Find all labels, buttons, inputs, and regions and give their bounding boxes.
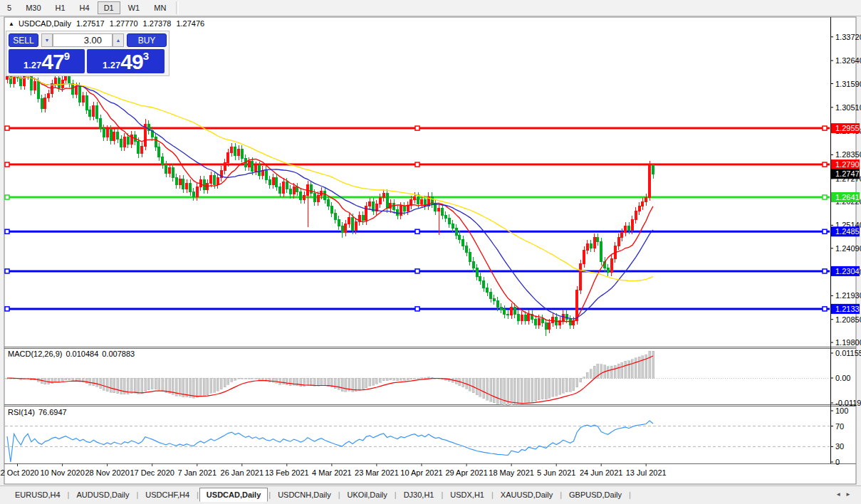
time-scale[interactable] [5, 464, 830, 483]
mt4-terminal: { "toolbar": { "timeframes": [ {"label":… [0, 0, 861, 504]
sell-price-button[interactable]: 1.27479 [9, 49, 85, 73]
main-chart-plot-area[interactable] [5, 32, 830, 346]
ohlc-high: 1.27770 [110, 19, 138, 28]
sell-price-prefix: 1.27 [24, 58, 41, 73]
spin-up-icon: ▲ [116, 38, 121, 43]
buy-price-prefix: 1.27 [103, 58, 120, 73]
chart-symbol-label: USDCAD,Daily [19, 19, 71, 28]
macd-label: MACD(12,26,9)0.0104840.007883 [8, 350, 138, 358]
macd-signal-value: 0.007883 [102, 350, 135, 358]
sell-price-main: 47 [41, 51, 63, 73]
volume-decrease-button[interactable]: ▼ [41, 33, 53, 47]
chart-header: ▲USDCAD,Daily 1.27517 1.27770 1.27378 1.… [9, 19, 207, 28]
buy-price-main: 49 [120, 51, 142, 73]
ohlc-close: 1.27476 [176, 19, 204, 28]
price-scale[interactable] [830, 18, 859, 463]
macd-main-value: 0.010484 [66, 350, 98, 358]
spin-down-icon: ▼ [45, 38, 50, 43]
macd-name: MACD(12,26,9) [8, 350, 62, 358]
collapse-panel-icon[interactable]: ▲ [9, 21, 14, 27]
buy-price-pip: 3 [143, 51, 149, 61]
volume-input[interactable]: 3.00 [53, 33, 113, 47]
ohlc-low: 1.27378 [143, 19, 172, 28]
ohlc-open: 1.27517 [76, 19, 105, 28]
rsi-plot-area[interactable] [5, 407, 830, 463]
rsi-value: 76.6947 [38, 408, 67, 416]
volume-increase-button[interactable]: ▲ [113, 33, 124, 47]
buy-price-button[interactable]: 1.27493 [87, 49, 165, 73]
rsi-name: RSI(14) [8, 408, 35, 416]
buy-button[interactable]: BUY [127, 33, 167, 47]
rsi-label: RSI(14)76.6947 [8, 408, 71, 416]
sell-price-pip: 9 [64, 51, 70, 61]
one-click-trade-panel: SELL ▼ 3.00 ▲ BUY 1.27479 1.27493 [6, 31, 169, 76]
sell-button[interactable]: SELL [9, 33, 38, 47]
